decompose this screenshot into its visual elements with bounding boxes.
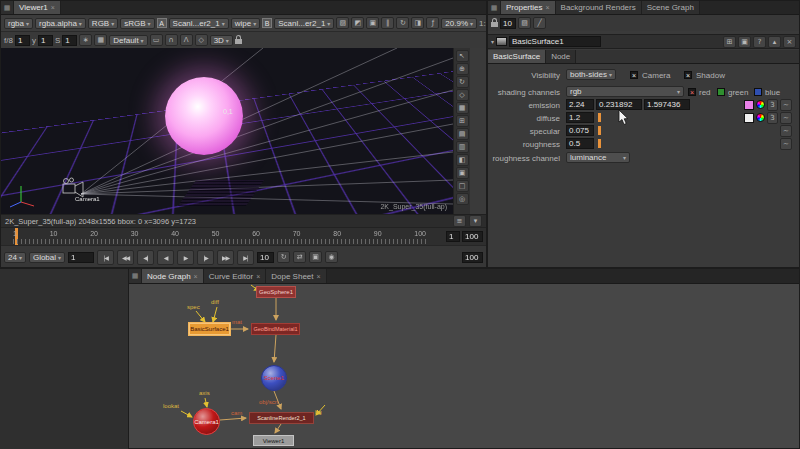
close-icon[interactable]: × [194, 273, 198, 280]
node-basicsurface1[interactable]: BasicSurface1 [189, 323, 230, 335]
diffuse-field[interactable]: 1.2 [566, 112, 594, 123]
frame-selected-icon[interactable]: □ [456, 180, 469, 192]
tab-curve-editor[interactable]: Curve Editor × [204, 269, 267, 283]
diffuse-color-wheel-icon[interactable] [756, 113, 765, 122]
node-viewer1[interactable]: Viewer1 [253, 435, 294, 446]
close-icon[interactable]: × [51, 4, 55, 11]
range-in-field[interactable]: 1 [446, 231, 460, 242]
node-geosphere1[interactable]: GeoSphere1 [256, 286, 296, 298]
lut-dropdown[interactable]: sRGB▾ [120, 18, 154, 29]
column-layout-icon[interactable]: ▥ [456, 141, 469, 153]
tab-node[interactable]: Node [546, 50, 576, 63]
red-channel-checkbox[interactable]: × [688, 88, 696, 96]
tab-node-graph[interactable]: Node Graph × [142, 269, 204, 283]
goto-start-button[interactable]: |◀ [97, 250, 114, 265]
pane-menu-icon[interactable]: ▦ [1, 1, 14, 14]
diffuse-channels-button[interactable]: 3 [767, 112, 778, 124]
end-frame-field[interactable]: 100 [462, 252, 483, 263]
add-object-icon[interactable]: ⊕ [456, 63, 469, 75]
diffuse-color-swatch[interactable] [744, 113, 754, 123]
camera-checkbox[interactable]: × [630, 71, 638, 79]
select-tool-icon[interactable]: ↖ [456, 50, 469, 62]
wipe-dropdown[interactable]: wipe▾ [231, 18, 260, 29]
specular-slider-handle[interactable] [598, 126, 601, 135]
gamma-field[interactable]: 1 [38, 35, 53, 46]
viewer-process-dropdown[interactable]: Default▾ [109, 35, 147, 46]
input-b-dropdown[interactable]: Scanl...er2_1▾ [274, 18, 334, 29]
tab-scene-graph[interactable]: Scene Graph [642, 1, 700, 14]
current-frame-field[interactable]: 1 [68, 252, 94, 263]
minimize-panel-icon[interactable]: ▴ [768, 36, 781, 48]
lighting-toggle-icon[interactable]: ▣ [456, 167, 469, 179]
record-icon[interactable]: ◉ [325, 251, 338, 263]
emission-g-field[interactable]: 0.231892 [596, 99, 642, 110]
node-camera1[interactable]: Camera1 [193, 408, 220, 435]
shading-mode-icon[interactable]: ◧ [456, 154, 469, 166]
tab-properties[interactable]: Properties × [501, 1, 556, 14]
node-graph-canvas[interactable]: spec diff mat obj/scn cam bg axis lookat… [129, 284, 799, 448]
next-keyframe-button[interactable]: ▶▶ [217, 250, 234, 265]
input-process-icon[interactable]: ƒ [426, 17, 439, 29]
zebra-icon[interactable]: ▦ [94, 34, 107, 46]
proxy-toggle-icon[interactable]: ▣ [366, 17, 379, 29]
ipr-update-icon[interactable]: ◨ [411, 17, 424, 29]
goto-end-button[interactable]: ▶| [237, 250, 254, 265]
checker-icon[interactable]: ▨ [336, 17, 349, 29]
tab-viewer1[interactable]: Viewer1 × [14, 1, 61, 14]
diffuse-slider-handle[interactable] [598, 113, 601, 122]
pane-menu-icon[interactable]: ▦ [129, 269, 142, 283]
timeline-ruler[interactable]: 1 10 20 30 40 50 60 70 80 90 100 1 100 [1, 227, 486, 245]
emission-color-swatch[interactable] [744, 100, 754, 110]
roi-icon[interactable]: ◩ [351, 17, 364, 29]
specular-field[interactable]: 0.075 [566, 125, 594, 136]
emission-b-field[interactable]: 1.597436 [644, 99, 690, 110]
view-lock-icon[interactable] [235, 39, 242, 44]
play-forward-button[interactable]: ▶ [177, 250, 194, 265]
node-color-chip[interactable] [496, 37, 507, 46]
input-a-badge[interactable]: A [157, 18, 167, 28]
emission-r-field[interactable]: 2.24 [566, 99, 594, 110]
range-mode-dropdown[interactable]: Global▾ [29, 252, 65, 263]
display-channel-dropdown[interactable]: RGB▾ [88, 18, 118, 29]
play-backward-button[interactable]: ◀ [157, 250, 174, 265]
tab-dope-sheet[interactable]: Dope Sheet × [266, 269, 326, 283]
bounce-mode-icon[interactable]: ⇄ [293, 251, 306, 263]
help-icon[interactable]: ? [753, 36, 766, 48]
fps-dropdown[interactable]: 24▾ [4, 252, 26, 263]
roughness-channel-dropdown[interactable]: luminance▾ [566, 152, 630, 163]
guides-icon[interactable]: ◇ [195, 34, 208, 46]
range-out-field[interactable]: 100 [462, 231, 483, 242]
step-back-button[interactable]: ◀| [137, 250, 154, 265]
range-lock-icon[interactable]: ▣ [309, 251, 322, 263]
wireframe-toggle-icon[interactable]: ▦ [456, 102, 469, 114]
histogram-icon[interactable]: Λ [180, 34, 193, 46]
shadow-checkbox[interactable]: × [684, 71, 692, 79]
row-layout-icon[interactable]: ▤ [456, 128, 469, 140]
center-view-icon[interactable]: ◎ [456, 193, 469, 205]
geosphere-3d-object[interactable] [165, 77, 243, 155]
tab-background-renders[interactable]: Background Renders [556, 1, 642, 14]
collapse-icon[interactable]: ▾ [469, 215, 482, 227]
green-channel-checkbox[interactable] [717, 88, 725, 96]
pause-icon[interactable]: ∥ [381, 17, 394, 29]
node-scanliner ender2-1[interactable]: ScanlineRender2_1 [249, 412, 314, 424]
grid-toggle-icon[interactable]: ⊞ [456, 115, 469, 127]
step-forward-button[interactable]: |▶ [197, 250, 214, 265]
safe-zone-icon[interactable]: ∩ [165, 34, 178, 46]
input-a-dropdown[interactable]: Scanl...er2_1▾ [169, 18, 229, 29]
gain-reset-icon[interactable]: ∗ [79, 34, 92, 46]
max-panels-field[interactable]: 10 [500, 18, 516, 29]
tab-basicsurface[interactable]: BasicSurface [488, 50, 546, 63]
shading-channels-dropdown[interactable]: rgb▾ [566, 86, 684, 97]
close-icon[interactable]: × [256, 273, 260, 280]
node-scene1[interactable]: Scene1 [261, 365, 287, 391]
float-panel-icon[interactable]: ▣ [738, 36, 751, 48]
lock-panels-icon[interactable] [491, 22, 498, 27]
info-menu-icon[interactable]: ≡ [453, 215, 466, 227]
clear-panels-icon[interactable]: ▨ [518, 17, 531, 29]
loop-mode-icon[interactable]: ↻ [277, 251, 290, 263]
view-select-dropdown[interactable]: 3D▾ [210, 35, 233, 46]
frame-increment-field[interactable]: 10 [257, 252, 274, 263]
roughness-field[interactable]: 0.5 [566, 138, 594, 149]
zoom-dropdown[interactable]: 20.9%▾ [441, 18, 477, 29]
